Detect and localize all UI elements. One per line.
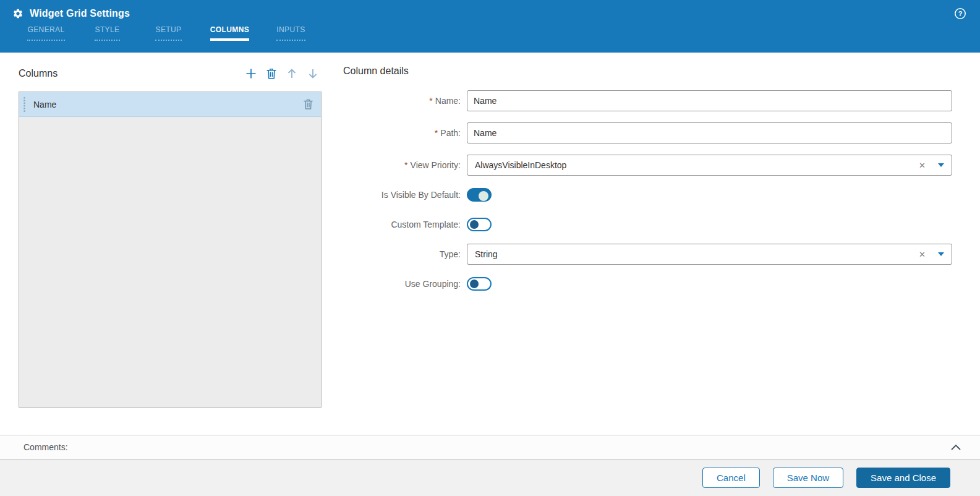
- field-row-view-priority: *View Priority: AlwaysVisibleInDesktop ✕: [343, 155, 952, 176]
- type-label: Type:: [343, 249, 467, 259]
- tab-bar: General Style Setup Columns Inputs: [0, 25, 980, 41]
- chevron-down-icon[interactable]: [938, 252, 944, 256]
- is-visible-label: Is Visible By Default:: [343, 190, 467, 200]
- path-label: *Path:: [343, 128, 467, 138]
- field-row-custom-template: Custom Template:: [343, 218, 952, 231]
- move-down-button[interactable]: [307, 67, 319, 80]
- chevron-up-icon[interactable]: [950, 443, 961, 451]
- widget-grid-settings-dialog: Widget Grid Settings ? General Style Set…: [0, 0, 980, 496]
- dialog-header: Widget Grid Settings ? General Style Set…: [0, 0, 980, 53]
- field-row-use-grouping: Use Grouping:: [343, 277, 952, 291]
- use-grouping-toggle[interactable]: [467, 277, 492, 291]
- required-marker: *: [404, 160, 407, 170]
- is-visible-toggle[interactable]: [467, 188, 492, 202]
- name-input[interactable]: [467, 90, 952, 111]
- name-label: *Name:: [343, 96, 467, 106]
- delete-column-button[interactable]: [266, 67, 277, 80]
- toggle-knob: [479, 191, 488, 201]
- columns-list: Name: [19, 92, 322, 408]
- required-marker: *: [435, 128, 438, 138]
- path-input[interactable]: [467, 122, 952, 143]
- toggle-knob: [470, 220, 479, 229]
- drag-handle-icon[interactable]: [23, 96, 26, 113]
- column-item-label: Name: [33, 100, 303, 109]
- view-priority-label: *View Priority:: [343, 160, 467, 170]
- help-icon[interactable]: ?: [954, 7, 966, 20]
- clear-icon[interactable]: ✕: [919, 250, 926, 259]
- type-value: String: [475, 249, 919, 259]
- comments-bar[interactable]: Comments:: [0, 435, 980, 460]
- type-dropdown[interactable]: String ✕: [467, 244, 952, 265]
- dialog-footer: Cancel Save Now Save and Close: [0, 460, 980, 496]
- view-priority-dropdown[interactable]: AlwaysVisibleInDesktop ✕: [467, 155, 952, 176]
- chevron-down-icon[interactable]: [938, 163, 944, 167]
- columns-panel-title: Columns: [19, 68, 58, 79]
- main-content: Columns: [0, 53, 980, 435]
- tab-inputs[interactable]: Inputs: [260, 25, 322, 41]
- columns-panel: Columns: [19, 53, 322, 435]
- tab-columns[interactable]: Columns: [199, 25, 260, 41]
- title-row: Widget Grid Settings ?: [0, 0, 980, 20]
- details-title: Column details: [343, 66, 952, 77]
- columns-toolbar: [245, 67, 322, 80]
- field-row-name: *Name:: [343, 90, 952, 111]
- tab-general[interactable]: General: [15, 25, 77, 41]
- tab-style[interactable]: Style: [77, 25, 138, 41]
- svg-text:?: ?: [958, 10, 963, 17]
- save-now-button[interactable]: Save Now: [773, 468, 843, 488]
- details-form: *Name: *Path: *View Priority: AlwaysVisi…: [343, 90, 952, 291]
- toggle-knob: [470, 280, 479, 288]
- comments-label: Comments:: [23, 442, 950, 452]
- gear-icon: [12, 8, 23, 19]
- clear-icon[interactable]: ✕: [919, 161, 926, 169]
- column-details-panel: Column details *Name: *Path: *View Prior…: [343, 53, 952, 435]
- row-delete-icon[interactable]: [303, 98, 313, 110]
- field-row-path: *Path:: [343, 122, 952, 143]
- use-grouping-label: Use Grouping:: [343, 279, 467, 289]
- save-and-close-button[interactable]: Save and Close: [856, 468, 950, 488]
- cancel-button[interactable]: Cancel: [702, 468, 760, 488]
- tab-setup[interactable]: Setup: [138, 25, 199, 41]
- list-item[interactable]: Name: [19, 92, 321, 117]
- dialog-title: Widget Grid Settings: [30, 8, 130, 19]
- columns-panel-header: Columns: [19, 64, 322, 83]
- view-priority-value: AlwaysVisibleInDesktop: [475, 160, 919, 170]
- field-row-type: Type: String ✕: [343, 244, 952, 265]
- move-up-button[interactable]: [286, 67, 298, 80]
- add-column-button[interactable]: [245, 67, 257, 80]
- custom-template-toggle[interactable]: [467, 218, 492, 231]
- required-marker: *: [429, 96, 432, 106]
- custom-template-label: Custom Template:: [343, 220, 467, 229]
- field-row-is-visible: Is Visible By Default:: [343, 188, 952, 202]
